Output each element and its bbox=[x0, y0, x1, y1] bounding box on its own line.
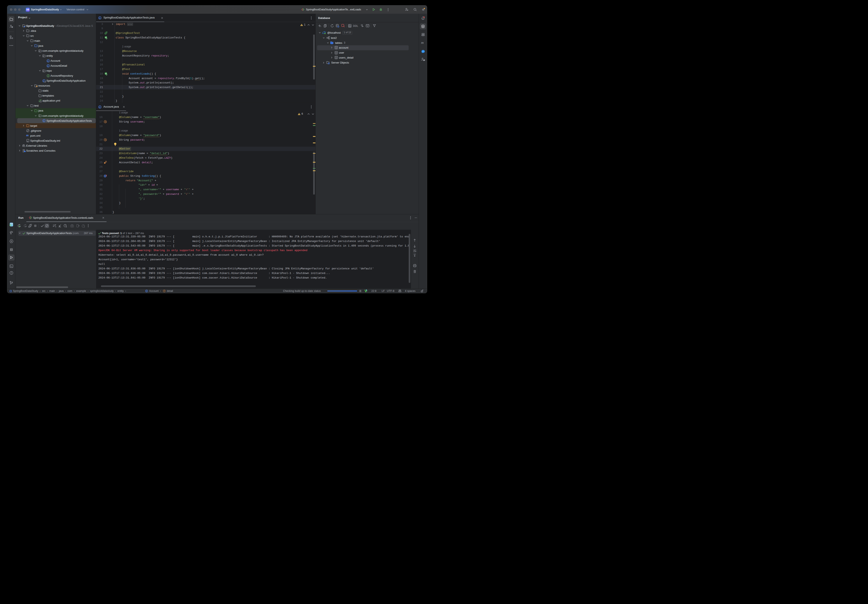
svg-text:C: C bbox=[99, 106, 101, 108]
svg-text:C: C bbox=[146, 290, 147, 292]
svg-text:C: C bbox=[47, 60, 49, 62]
svg-text:C: C bbox=[99, 17, 101, 19]
svg-text:f: f bbox=[164, 290, 165, 292]
svg-text:?: ? bbox=[12, 26, 13, 28]
svg-text:C: C bbox=[47, 65, 49, 67]
svg-text:C: C bbox=[43, 120, 45, 122]
